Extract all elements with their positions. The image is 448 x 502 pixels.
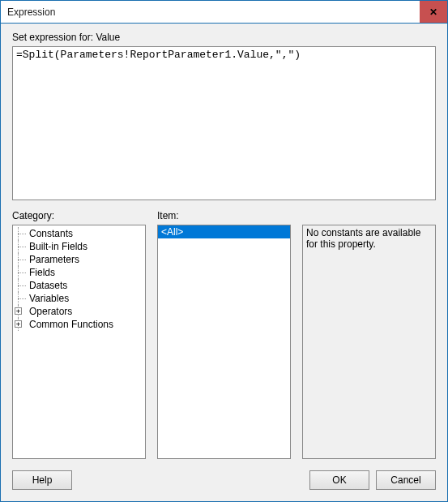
tree-label: Common Functions: [28, 319, 115, 330]
item-column: Item: <All>: [157, 210, 291, 459]
description-text: No constants are available for this prop…: [306, 227, 420, 250]
description-label-spacer: [302, 210, 436, 221]
tree-item-builtin-fields[interactable]: Built-in Fields: [13, 240, 145, 253]
item-list: <All>: [158, 225, 290, 238]
tree-item-fields[interactable]: Fields: [13, 266, 145, 279]
item-list-panel: <All>: [157, 225, 291, 459]
tree-label: Fields: [28, 267, 57, 278]
expression-textarea[interactable]: [12, 46, 436, 200]
window-title: Expression: [1, 6, 55, 18]
help-button[interactable]: Help: [12, 470, 72, 490]
close-button[interactable]: ✕: [420, 1, 447, 23]
tree-connector-icon: [13, 279, 28, 292]
tree-item-constants[interactable]: Constants: [13, 227, 145, 240]
tree-connector-icon: [13, 227, 28, 240]
tree-expander-icon[interactable]: +: [13, 305, 28, 318]
category-tree-panel: Constants Built-in Fields Parameters: [12, 225, 146, 459]
tree-item-datasets[interactable]: Datasets: [13, 279, 145, 292]
titlebar: Expression ✕: [1, 1, 447, 24]
tree-connector-icon: [13, 292, 28, 305]
ok-button[interactable]: OK: [309, 470, 369, 490]
tree-connector-icon: [13, 240, 28, 253]
category-column: Category: Constants Built-in Fields: [12, 210, 146, 459]
tree-item-parameters[interactable]: Parameters: [13, 253, 145, 266]
dialog-content: Set expression for: Value Category: Cons…: [1, 24, 447, 501]
description-panel: No constants are available for this prop…: [302, 225, 436, 459]
tree-label: Operators: [28, 306, 74, 317]
tree-label: Constants: [28, 228, 75, 239]
tree-item-variables[interactable]: Variables: [13, 292, 145, 305]
description-column: No constants are available for this prop…: [302, 210, 436, 459]
tree-item-common-functions[interactable]: + Common Functions: [13, 318, 145, 331]
item-all[interactable]: <All>: [158, 225, 290, 238]
category-tree: Constants Built-in Fields Parameters: [13, 225, 145, 333]
close-icon: ✕: [429, 6, 437, 18]
tree-label: Parameters: [28, 254, 81, 265]
item-label: Item:: [157, 210, 291, 221]
tree-connector-icon: [13, 253, 28, 266]
button-row: Help OK Cancel: [12, 470, 436, 490]
expression-dialog: Expression ✕ Set expression for: Value C…: [0, 0, 448, 502]
tree-label: Datasets: [28, 280, 69, 291]
tree-expander-icon[interactable]: +: [13, 318, 28, 331]
cancel-button[interactable]: Cancel: [376, 470, 436, 490]
set-expression-label: Set expression for: Value: [12, 32, 436, 43]
category-label: Category:: [12, 210, 146, 221]
tree-label: Variables: [28, 293, 70, 304]
tree-item-operators[interactable]: + Operators: [13, 305, 145, 318]
tree-label: Built-in Fields: [28, 241, 89, 252]
middle-row: Category: Constants Built-in Fields: [12, 210, 436, 459]
tree-connector-icon: [13, 266, 28, 279]
